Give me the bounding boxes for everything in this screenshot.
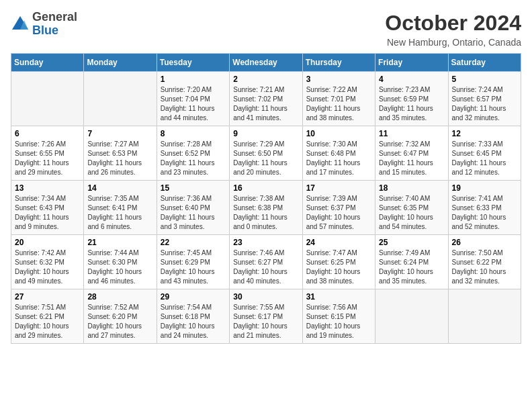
day-info: Sunrise: 7:54 AMSunset: 6:18 PMDaylight:… [161, 303, 226, 340]
weekday-header: Friday [375, 54, 448, 72]
calendar-cell: 18Sunrise: 7:40 AMSunset: 6:35 PMDayligh… [375, 181, 448, 235]
calendar-week-row: 27Sunrise: 7:51 AMSunset: 6:21 PMDayligh… [11, 289, 521, 344]
day-info: Sunrise: 7:51 AMSunset: 6:21 PMDaylight:… [15, 303, 80, 340]
day-info: Sunrise: 7:50 AMSunset: 6:22 PMDaylight:… [452, 248, 517, 286]
day-info: Sunrise: 7:30 AMSunset: 6:48 PMDaylight:… [306, 140, 371, 177]
day-number: 29 [161, 292, 226, 302]
day-info: Sunrise: 7:20 AMSunset: 7:04 PMDaylight:… [161, 85, 226, 123]
day-info: Sunrise: 7:45 AMSunset: 6:29 PMDaylight:… [161, 248, 226, 286]
calendar-cell [84, 72, 157, 126]
day-number: 6 [15, 129, 80, 138]
day-number: 5 [452, 75, 517, 84]
calendar-cell: 13Sunrise: 7:34 AMSunset: 6:43 PMDayligh… [11, 181, 84, 235]
day-info: Sunrise: 7:33 AMSunset: 6:45 PMDaylight:… [452, 140, 517, 177]
calendar-cell: 4Sunrise: 7:23 AMSunset: 6:59 PMDaylight… [375, 72, 448, 126]
day-number: 25 [379, 238, 444, 247]
calendar-cell: 3Sunrise: 7:22 AMSunset: 7:01 PMDaylight… [302, 72, 375, 126]
logo-text: General Blue [32, 11, 77, 38]
day-number: 31 [306, 292, 371, 302]
calendar-cell: 10Sunrise: 7:30 AMSunset: 6:48 PMDayligh… [302, 126, 375, 181]
logo-general: General [32, 11, 77, 24]
calendar-cell: 22Sunrise: 7:45 AMSunset: 6:29 PMDayligh… [157, 235, 229, 289]
day-info: Sunrise: 7:36 AMSunset: 6:40 PMDaylight:… [161, 194, 226, 232]
day-info: Sunrise: 7:41 AMSunset: 6:33 PMDaylight:… [452, 194, 517, 232]
calendar-table: SundayMondayTuesdayWednesdayThursdayFrid… [11, 53, 521, 344]
day-info: Sunrise: 7:28 AMSunset: 6:52 PMDaylight:… [161, 140, 226, 177]
day-number: 17 [306, 183, 371, 193]
calendar-cell: 16Sunrise: 7:38 AMSunset: 6:38 PMDayligh… [230, 181, 302, 235]
day-number: 21 [87, 238, 152, 247]
title-block: October 2024 New Hamburg, Ontario, Canad… [385, 11, 521, 48]
calendar-cell: 28Sunrise: 7:52 AMSunset: 6:20 PMDayligh… [84, 289, 157, 344]
calendar-cell: 26Sunrise: 7:50 AMSunset: 6:22 PMDayligh… [448, 235, 521, 289]
logo-blue: Blue [32, 24, 77, 38]
calendar-cell: 29Sunrise: 7:54 AMSunset: 6:18 PMDayligh… [157, 289, 229, 344]
day-number: 2 [233, 75, 298, 84]
day-number: 16 [233, 183, 298, 193]
day-info: Sunrise: 7:40 AMSunset: 6:35 PMDaylight:… [379, 194, 444, 232]
day-number: 18 [379, 183, 444, 193]
weekday-header: Sunday [11, 54, 84, 72]
day-number: 7 [87, 129, 152, 138]
calendar-cell [448, 289, 521, 344]
day-number: 22 [161, 238, 226, 247]
day-info: Sunrise: 7:44 AMSunset: 6:30 PMDaylight:… [87, 248, 152, 286]
calendar-week-row: 6Sunrise: 7:26 AMSunset: 6:55 PMDaylight… [11, 126, 521, 181]
day-info: Sunrise: 7:24 AMSunset: 6:57 PMDaylight:… [452, 85, 517, 123]
calendar-cell: 27Sunrise: 7:51 AMSunset: 6:21 PMDayligh… [11, 289, 84, 344]
calendar-cell [375, 289, 448, 344]
calendar-cell: 20Sunrise: 7:42 AMSunset: 6:32 PMDayligh… [11, 235, 84, 289]
day-number: 23 [233, 238, 298, 247]
day-info: Sunrise: 7:46 AMSunset: 6:27 PMDaylight:… [233, 248, 298, 286]
day-info: Sunrise: 7:21 AMSunset: 7:02 PMDaylight:… [233, 85, 298, 123]
day-info: Sunrise: 7:27 AMSunset: 6:53 PMDaylight:… [87, 140, 152, 177]
calendar-cell: 1Sunrise: 7:20 AMSunset: 7:04 PMDaylight… [157, 72, 229, 126]
day-info: Sunrise: 7:47 AMSunset: 6:25 PMDaylight:… [306, 248, 371, 286]
weekday-header-row: SundayMondayTuesdayWednesdayThursdayFrid… [11, 54, 521, 72]
day-info: Sunrise: 7:56 AMSunset: 6:15 PMDaylight:… [306, 303, 371, 340]
day-info: Sunrise: 7:42 AMSunset: 6:32 PMDaylight:… [15, 248, 80, 286]
calendar-cell: 15Sunrise: 7:36 AMSunset: 6:40 PMDayligh… [157, 181, 229, 235]
weekday-header: Wednesday [230, 54, 302, 72]
day-number: 12 [452, 129, 517, 138]
day-info: Sunrise: 7:34 AMSunset: 6:43 PMDaylight:… [15, 194, 80, 232]
calendar-cell: 11Sunrise: 7:32 AMSunset: 6:47 PMDayligh… [375, 126, 448, 181]
calendar-cell: 9Sunrise: 7:29 AMSunset: 6:50 PMDaylight… [230, 126, 302, 181]
day-number: 20 [15, 238, 80, 247]
calendar-cell: 5Sunrise: 7:24 AMSunset: 6:57 PMDaylight… [448, 72, 521, 126]
calendar-week-row: 1Sunrise: 7:20 AMSunset: 7:04 PMDaylight… [11, 72, 521, 126]
calendar-page: General Blue October 2024 New Hamburg, O… [0, 0, 532, 355]
calendar-cell: 30Sunrise: 7:55 AMSunset: 6:17 PMDayligh… [230, 289, 302, 344]
day-info: Sunrise: 7:52 AMSunset: 6:20 PMDaylight:… [87, 303, 152, 340]
day-info: Sunrise: 7:38 AMSunset: 6:38 PMDaylight:… [233, 194, 298, 232]
day-number: 1 [161, 75, 226, 84]
calendar-cell [11, 72, 84, 126]
calendar-cell: 14Sunrise: 7:35 AMSunset: 6:41 PMDayligh… [84, 181, 157, 235]
day-number: 27 [15, 292, 80, 302]
weekday-header: Saturday [448, 54, 521, 72]
weekday-header: Monday [84, 54, 157, 72]
month-title: October 2024 [385, 11, 521, 36]
day-info: Sunrise: 7:49 AMSunset: 6:24 PMDaylight:… [379, 248, 444, 286]
day-number: 10 [306, 129, 371, 138]
day-info: Sunrise: 7:39 AMSunset: 6:37 PMDaylight:… [306, 194, 371, 232]
day-info: Sunrise: 7:26 AMSunset: 6:55 PMDaylight:… [15, 140, 80, 177]
day-info: Sunrise: 7:55 AMSunset: 6:17 PMDaylight:… [233, 303, 298, 340]
day-info: Sunrise: 7:23 AMSunset: 6:59 PMDaylight:… [379, 85, 444, 123]
calendar-cell: 7Sunrise: 7:27 AMSunset: 6:53 PMDaylight… [84, 126, 157, 181]
calendar-cell: 6Sunrise: 7:26 AMSunset: 6:55 PMDaylight… [11, 126, 84, 181]
calendar-cell: 24Sunrise: 7:47 AMSunset: 6:25 PMDayligh… [302, 235, 375, 289]
day-info: Sunrise: 7:35 AMSunset: 6:41 PMDaylight:… [87, 194, 152, 232]
day-number: 24 [306, 238, 371, 247]
calendar-cell: 8Sunrise: 7:28 AMSunset: 6:52 PMDaylight… [157, 126, 229, 181]
day-number: 13 [15, 183, 80, 193]
day-number: 26 [452, 238, 517, 247]
weekday-header: Tuesday [157, 54, 229, 72]
day-number: 30 [233, 292, 298, 302]
day-number: 19 [452, 183, 517, 193]
calendar-cell: 2Sunrise: 7:21 AMSunset: 7:02 PMDaylight… [230, 72, 302, 126]
day-number: 11 [379, 129, 444, 138]
calendar-cell: 31Sunrise: 7:56 AMSunset: 6:15 PMDayligh… [302, 289, 375, 344]
day-number: 9 [233, 129, 298, 138]
calendar-cell: 25Sunrise: 7:49 AMSunset: 6:24 PMDayligh… [375, 235, 448, 289]
